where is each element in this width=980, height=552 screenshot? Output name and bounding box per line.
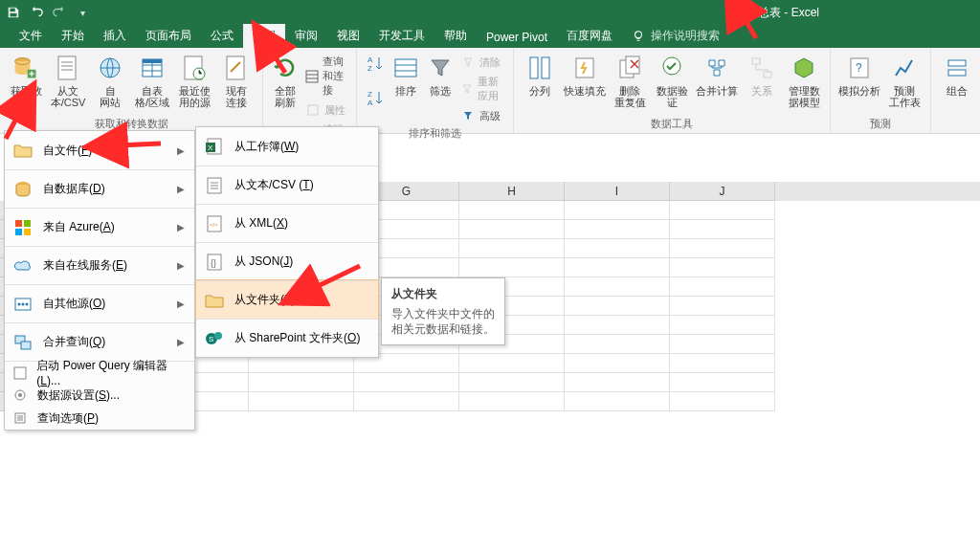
cell[interactable] <box>565 373 670 392</box>
redo-icon[interactable] <box>52 5 67 20</box>
cell[interactable] <box>565 392 670 411</box>
data-validation-button[interactable]: 数据验 证 <box>652 52 692 110</box>
filter-button[interactable]: 筛选 <box>424 52 457 99</box>
tab-insert[interactable]: 插入 <box>94 24 136 48</box>
undo-icon[interactable] <box>29 5 44 20</box>
advanced-filter-button[interactable]: 高级 <box>458 107 507 124</box>
save-icon[interactable] <box>6 5 21 20</box>
cell[interactable] <box>670 239 775 258</box>
cell[interactable] <box>670 335 775 354</box>
cell[interactable] <box>670 354 775 373</box>
cell[interactable] <box>565 258 670 277</box>
cell[interactable] <box>670 373 775 392</box>
azure-icon <box>12 217 33 238</box>
cell[interactable] <box>565 277 670 297</box>
col-header[interactable]: J <box>670 182 775 201</box>
cell[interactable] <box>565 220 670 239</box>
what-if-button[interactable]: ?模拟分析 <box>836 52 882 99</box>
cell[interactable] <box>354 373 459 392</box>
tab-dev[interactable]: 开发工具 <box>369 24 434 48</box>
svg-text:?: ? <box>856 61 862 75</box>
svg-point-2 <box>635 31 642 37</box>
cell[interactable] <box>670 201 775 220</box>
sort-desc-button[interactable]: ZA <box>363 86 388 119</box>
get-data-button[interactable]: 获取数 据 <box>6 52 46 110</box>
clear-filter-button[interactable]: 清除 <box>458 54 507 71</box>
menu-from-database[interactable]: 自数据库(D) ▶ <box>5 169 194 208</box>
submenu-from-json[interactable]: {} 从 JSON(J) <box>196 242 378 280</box>
col-header[interactable]: H <box>459 182 565 201</box>
cell[interactable] <box>670 297 775 316</box>
cell[interactable] <box>565 297 670 316</box>
consolidate-button[interactable]: 合并计算 <box>694 52 740 99</box>
qat-customize-icon[interactable]: ▾ <box>75 5 90 20</box>
forecast-sheet-button[interactable]: 预测 工作表 <box>884 52 924 110</box>
cell[interactable] <box>459 201 565 220</box>
cell[interactable] <box>249 392 354 411</box>
menu-from-other[interactable]: 自其他源(O) ▶ <box>5 284 194 322</box>
sort-asc-button[interactable]: AZ <box>363 52 388 84</box>
text-to-columns-button[interactable]: 分列 <box>520 52 560 99</box>
submenu-from-csv[interactable]: 从文本/CSV (T) <box>196 166 378 204</box>
tab-data[interactable]: 数据 <box>243 24 285 48</box>
menu-from-file[interactable]: 自文件(F) ▶ <box>5 131 194 169</box>
tab-help[interactable]: 帮助 <box>434 24 477 48</box>
menu-datasource-settings[interactable]: 数据源设置(S)... <box>5 384 194 407</box>
group-button[interactable]: 组合 <box>937 52 977 99</box>
cell[interactable] <box>565 354 670 373</box>
submenu-from-workbook[interactable]: X 从工作簿(W) <box>196 127 378 166</box>
manage-model-button[interactable]: 管理数 据模型 <box>784 52 824 110</box>
col-header[interactable]: I <box>565 182 670 201</box>
submenu-from-sharepoint[interactable]: S 从 SharePoint 文件夹(O) <box>196 319 378 357</box>
tab-layout[interactable]: 页面布局 <box>136 24 201 48</box>
cell[interactable] <box>459 354 565 373</box>
from-csv-button[interactable]: 从文 本/CSV <box>48 52 88 110</box>
cell[interactable] <box>565 316 670 335</box>
tell-me[interactable]: 操作说明搜索 <box>622 24 729 48</box>
from-web-button[interactable]: 自 网站 <box>90 52 130 110</box>
clock-file-icon <box>180 54 209 82</box>
relationships-button[interactable]: 关系 <box>742 52 782 99</box>
cell[interactable] <box>670 258 775 277</box>
cell[interactable] <box>670 220 775 239</box>
flash-fill-button[interactable]: 快速填充 <box>562 52 608 99</box>
tab-formula[interactable]: 公式 <box>201 24 243 48</box>
link-file-icon <box>222 54 251 82</box>
cell[interactable] <box>565 201 670 220</box>
menu-from-online[interactable]: 来自在线服务(E) ▶ <box>5 246 194 284</box>
reapply-button[interactable]: 重新应用 <box>458 74 507 104</box>
cell[interactable] <box>459 239 565 258</box>
cell[interactable] <box>354 392 459 411</box>
tab-home[interactable]: 开始 <box>52 24 94 48</box>
cell[interactable] <box>565 239 670 258</box>
cell[interactable] <box>670 277 775 297</box>
submenu-from-xml[interactable]: </> 从 XML(X) <box>196 204 378 242</box>
cell[interactable] <box>459 220 565 239</box>
from-table-button[interactable]: 自表 格/区域 <box>132 52 172 110</box>
cell[interactable] <box>459 373 565 392</box>
menu-from-azure[interactable]: 来自 Azure(A) ▶ <box>5 208 194 246</box>
tab-view[interactable]: 视图 <box>327 24 369 48</box>
menu-pq-editor[interactable]: 启动 Power Query 编辑器(L)... <box>5 361 194 384</box>
sort-button[interactable]: 排序 <box>390 52 422 99</box>
recent-sources-button[interactable]: 最近使 用的源 <box>174 52 214 110</box>
group-outline: 组合 <box>931 48 980 133</box>
cell[interactable] <box>670 316 775 335</box>
cell[interactable] <box>565 335 670 354</box>
submenu-from-folder[interactable]: 从文件夹(F) <box>196 280 378 319</box>
tab-powerpivot[interactable]: Power Pivot <box>477 27 557 48</box>
remove-duplicates-button[interactable]: 删除 重复值 <box>610 52 650 110</box>
cell[interactable] <box>249 373 354 392</box>
properties-button[interactable]: 属性 <box>303 101 350 119</box>
cell[interactable] <box>459 392 565 411</box>
menu-query-options[interactable]: 查询选项(P) <box>5 407 194 430</box>
tab-file[interactable]: 文件 <box>10 24 52 48</box>
refresh-all-button[interactable]: 全部刷新 <box>269 52 301 110</box>
cell[interactable] <box>670 392 775 411</box>
queries-connections-button[interactable]: 查询和连接 <box>303 54 350 99</box>
existing-conn-button[interactable]: 现有 连接 <box>216 52 256 110</box>
tab-review[interactable]: 审阅 <box>285 24 327 48</box>
menu-combine-queries[interactable]: 合并查询(Q) ▶ <box>5 322 194 361</box>
tab-baidu[interactable]: 百度网盘 <box>557 24 622 48</box>
cell[interactable] <box>459 258 565 277</box>
